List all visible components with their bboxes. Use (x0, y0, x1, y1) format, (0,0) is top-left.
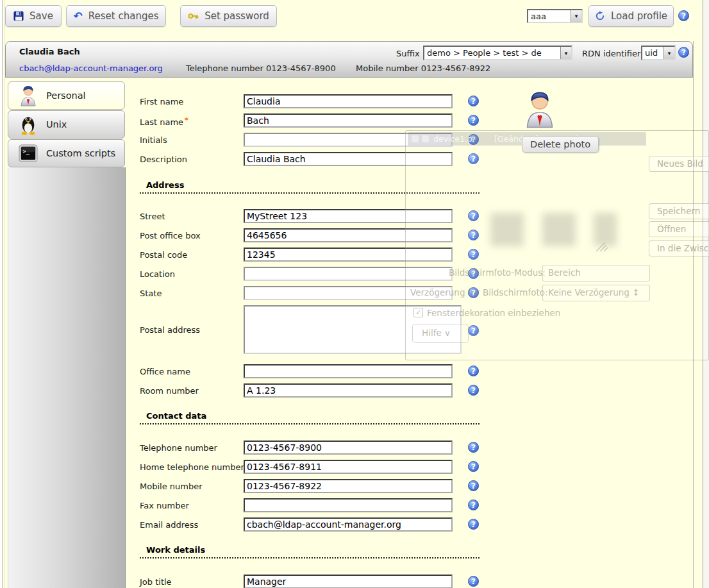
help-icon[interactable]: ? (468, 268, 479, 279)
page-left-inner-border (4, 0, 4, 588)
set-password-label: Set password (204, 10, 269, 22)
post-office-box-label: Post office box (140, 231, 201, 240)
ghost-mode-label: Bildschirmfoto-Modus: (449, 267, 546, 278)
set-password-button[interactable]: Set password (180, 5, 277, 27)
profile-select-value: aaa (528, 12, 571, 21)
first-name-field[interactable] (244, 94, 453, 108)
account-email-link[interactable]: cbach@ldap-account-manager.org (19, 63, 163, 73)
tab-unix-label: Unix (46, 119, 67, 130)
lam-account-edit-page: Save ↶ Reset changes Set password aaa ▾ … (0, 0, 709, 588)
fax-number-field[interactable] (244, 498, 453, 512)
rdn-select-value: uid (642, 48, 663, 58)
ghost-spinner-icon: ↕ (632, 287, 639, 298)
tux-penguin-icon (19, 113, 38, 135)
room-number-field[interactable] (244, 383, 453, 398)
ghost-thumbnail (490, 213, 524, 246)
last-name-label: Last name* (140, 116, 188, 127)
account-name: Claudia Bach (19, 47, 80, 56)
help-icon[interactable]: ? (468, 500, 479, 510)
street-label: Street (140, 212, 165, 221)
reset-changes-button[interactable]: ↶ Reset changes (66, 5, 166, 27)
tab-unix[interactable]: Unix (8, 110, 125, 139)
email-address-label: Email address (140, 520, 198, 530)
help-icon[interactable]: ? (468, 325, 479, 336)
user-photo (524, 87, 555, 131)
load-profile-button[interactable]: Load profile (588, 5, 674, 27)
save-button[interactable]: Save (5, 5, 62, 27)
sidebar-panel (8, 167, 126, 588)
mobile-number-label: Mobile number (140, 482, 203, 491)
tab-custom-scripts[interactable]: >_ Custom scripts (8, 139, 125, 167)
location-field[interactable] (244, 267, 453, 281)
svg-text:>_: >_ (23, 148, 30, 155)
help-icon[interactable]: ? (468, 249, 479, 260)
reset-changes-label: Reset changes (88, 10, 159, 22)
post-office-box-field[interactable] (244, 228, 453, 242)
dropdown-arrow-icon: ▾ (560, 47, 571, 59)
initials-field[interactable] (244, 133, 453, 147)
delete-photo-button[interactable]: Delete photo (522, 136, 599, 153)
ghost-thumbnail (542, 213, 576, 246)
help-icon[interactable]: ? (468, 153, 479, 164)
section-contact-data: Contact data (140, 410, 480, 424)
last-name-field[interactable] (244, 113, 453, 128)
help-icon[interactable]: ? (468, 134, 479, 145)
ghost-button-save-as: Speichern (649, 203, 709, 219)
job-title-field[interactable] (244, 575, 453, 588)
description-label: Description (140, 155, 187, 164)
fax-number-label: Fax number (140, 501, 189, 510)
refresh-icon (595, 11, 605, 21)
help-icon[interactable]: ? (468, 365, 479, 376)
help-icon[interactable]: ? (468, 210, 479, 221)
home-telephone-label: Home telephone number (140, 462, 244, 472)
ghost-button-open-with: Öffnen (649, 221, 709, 237)
tab-personal-label: Personal (46, 90, 86, 101)
street-field[interactable] (244, 209, 453, 223)
load-profile-label: Load profile (611, 10, 667, 22)
help-icon[interactable]: ? (468, 96, 479, 106)
save-label: Save (29, 10, 53, 22)
help-icon[interactable]: ? (678, 10, 689, 21)
help-icon[interactable]: ? (468, 287, 479, 298)
postal-code-field[interactable] (244, 248, 453, 262)
help-icon[interactable]: ? (678, 47, 689, 58)
header-telephone: Telephone number 0123-4567-8900 (186, 63, 336, 73)
save-floppy-icon (13, 11, 24, 21)
help-icon[interactable]: ? (468, 576, 479, 587)
rdn-identifier-select[interactable]: uid ▾ (641, 46, 676, 60)
suffix-select[interactable]: demo > People > test > de ▾ (423, 46, 572, 60)
postal-address-field[interactable] (244, 305, 462, 354)
help-icon[interactable]: ? (468, 480, 479, 491)
ghost-button-copy-to-clipboard: In die Zwischena (649, 240, 709, 256)
office-name-label: Office name (140, 367, 190, 376)
suffix-label: Suffix (396, 49, 420, 58)
section-address: Address (140, 179, 480, 194)
office-name-field[interactable] (244, 364, 453, 378)
dropdown-arrow-icon: ▾ (663, 47, 674, 59)
tab-custom-scripts-label: Custom scripts (46, 148, 115, 158)
ghost-delay-value: Keine Verzögerung ↕ (542, 285, 650, 301)
page-right-margin (703, 0, 709, 588)
mobile-number-field[interactable] (244, 479, 453, 493)
section-work-details: Work details (140, 544, 480, 559)
home-telephone-field[interactable] (244, 460, 453, 474)
email-address-field[interactable] (244, 517, 453, 532)
state-field[interactable] (244, 286, 453, 300)
terminal-icon: >_ (19, 144, 38, 162)
help-icon[interactable]: ? (468, 230, 479, 240)
help-icon[interactable]: ? (468, 385, 479, 396)
tab-personal[interactable]: Personal (8, 81, 125, 110)
ghost-mode-value: Bereich (542, 265, 650, 281)
help-icon[interactable]: ? (468, 461, 479, 472)
help-icon[interactable]: ? (468, 442, 479, 453)
description-field[interactable] (244, 152, 453, 166)
suffix-select-value: demo > People > test > de (424, 48, 560, 58)
telephone-field[interactable] (244, 441, 453, 455)
first-name-label: First name (140, 97, 183, 106)
help-icon[interactable]: ? (468, 115, 479, 126)
undo-arrow-icon: ↶ (74, 11, 83, 22)
help-icon[interactable]: ? (468, 519, 479, 530)
profile-select[interactable]: aaa ▾ (527, 9, 583, 23)
telephone-label: Telephone number (140, 443, 217, 453)
header-mobile: Mobile number 0123-4567-8922 (356, 63, 490, 73)
